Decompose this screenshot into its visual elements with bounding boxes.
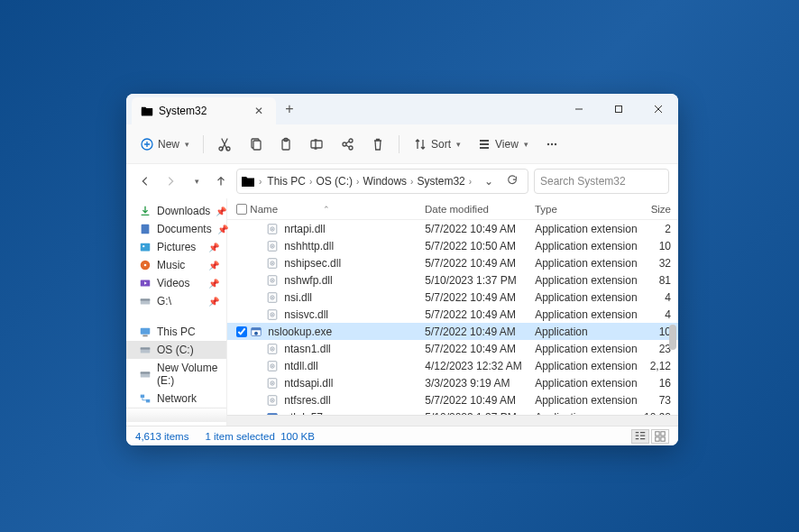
select-all-checkbox[interactable] xyxy=(236,204,247,215)
file-rows: nrtapi.dll5/7/2022 10:49 AMApplication e… xyxy=(227,220,678,415)
sidebar-item-new-volume-e-[interactable]: New Volume (E:) xyxy=(126,359,226,390)
scrollbar-thumb[interactable] xyxy=(669,325,676,350)
column-headers: Name⌃ Date modified Type Size xyxy=(227,198,678,220)
sort-button[interactable]: Sort ▾ xyxy=(407,133,467,156)
maximize-button[interactable] xyxy=(599,94,638,124)
file-row[interactable]: ntkrla57.exe5/10/2023 1:37 PMApplication… xyxy=(227,408,678,415)
delete-button[interactable] xyxy=(364,133,391,156)
breadcrumb-system32[interactable]: System32 xyxy=(413,173,468,189)
dll-icon xyxy=(266,257,279,270)
paste-button[interactable] xyxy=(272,133,299,156)
file-name: nshipsec.dll xyxy=(284,257,341,270)
refresh-button[interactable] xyxy=(501,172,524,191)
sidebar-item-videos[interactable]: Videos📌 xyxy=(126,274,226,292)
file-date: 5/7/2022 10:49 AM xyxy=(425,257,535,270)
file-name: nsisvc.dll xyxy=(284,308,328,321)
dll-icon xyxy=(266,291,279,304)
file-date: 5/7/2022 10:49 AM xyxy=(425,343,535,355)
exe-icon xyxy=(266,411,279,416)
navigation-sidebar: Downloads📌Documents📌Pictures📌Music📌Video… xyxy=(126,198,227,426)
tab-system32[interactable]: System32 ✕ xyxy=(132,97,276,124)
sidebar-item-pictures[interactable]: Pictures📌 xyxy=(126,238,226,256)
back-button[interactable] xyxy=(135,171,155,191)
file-type: Application xyxy=(535,326,639,338)
sidebar-item-music[interactable]: Music📌 xyxy=(126,256,226,274)
file-row[interactable]: ntfsres.dll5/7/2022 10:49 AMApplication … xyxy=(227,391,678,408)
rename-button[interactable] xyxy=(303,133,330,156)
file-type: Application extension xyxy=(535,240,639,252)
music-icon xyxy=(139,259,152,271)
view-icon xyxy=(477,137,491,151)
sidebar-item-documents[interactable]: Documents📌 xyxy=(126,220,226,238)
breadcrumb-os-c-[interactable]: OS (C:) xyxy=(312,173,356,189)
horizontal-scrollbar[interactable] xyxy=(227,415,678,426)
file-row[interactable]: ntasn1.dll5/7/2022 10:49 AMApplication e… xyxy=(227,340,678,357)
search-input[interactable] xyxy=(540,175,675,188)
dll-icon xyxy=(266,377,279,390)
network-icon xyxy=(139,392,152,405)
chevron-right-icon: › xyxy=(259,177,262,187)
dll-icon xyxy=(266,308,279,321)
file-row[interactable]: nrtapi.dll5/7/2022 10:49 AMApplication e… xyxy=(227,220,678,237)
sidebar-item-network[interactable]: Network xyxy=(126,390,226,408)
dll-icon xyxy=(266,274,279,287)
cut-button[interactable] xyxy=(211,133,238,156)
view-large-icons-button[interactable] xyxy=(651,429,669,444)
minimize-button[interactable] xyxy=(559,94,599,124)
vertical-scrollbar[interactable] xyxy=(669,225,676,411)
breadcrumb-windows[interactable]: Windows xyxy=(359,173,410,189)
column-header-date[interactable]: Date modified xyxy=(425,204,535,215)
new-button[interactable]: New ▾ xyxy=(133,133,196,156)
more-button[interactable] xyxy=(538,133,565,156)
copy-button[interactable] xyxy=(242,133,269,156)
file-row[interactable]: ntdll.dll4/12/2023 12:32 AMApplication e… xyxy=(227,357,678,374)
pin-icon: 📌 xyxy=(217,225,228,234)
file-date: 5/7/2022 10:50 AM xyxy=(425,240,535,252)
pin-icon: 📌 xyxy=(208,261,219,271)
view-details-button[interactable] xyxy=(631,429,649,444)
file-row[interactable]: nshhttp.dll5/7/2022 10:50 AMApplication … xyxy=(227,237,678,254)
breadcrumb-this-pc[interactable]: This PC xyxy=(263,173,309,189)
file-type: Application extension xyxy=(535,274,639,287)
sidebar-item-downloads[interactable]: Downloads📌 xyxy=(126,202,226,220)
svg-point-43 xyxy=(144,264,147,267)
file-row[interactable]: nsisvc.dll5/7/2022 10:49 AMApplication e… xyxy=(227,306,678,323)
cut-icon xyxy=(217,137,232,151)
search-box[interactable] xyxy=(534,169,669,194)
address-history-button[interactable]: ⌄ xyxy=(479,173,499,189)
dll-icon xyxy=(266,223,279,235)
tab-close-button[interactable]: ✕ xyxy=(251,103,267,119)
copy-icon xyxy=(248,137,262,151)
file-name: ntfsres.dll xyxy=(284,394,330,407)
drive-icon xyxy=(139,368,152,381)
file-date: 4/12/2023 12:32 AM xyxy=(425,360,535,372)
recent-locations-button[interactable]: ▾ xyxy=(186,171,206,191)
new-tab-button[interactable]: + xyxy=(276,94,303,124)
file-name: nrtapi.dll xyxy=(284,223,325,235)
close-button[interactable] xyxy=(638,94,678,124)
file-row[interactable]: nshwfp.dll5/10/2023 1:37 PMApplication e… xyxy=(227,271,678,289)
svg-point-41 xyxy=(142,245,144,247)
file-type: Application extension xyxy=(535,360,639,372)
sidebar-scrollbar[interactable] xyxy=(126,408,226,422)
svg-rect-33 xyxy=(616,106,622,113)
sidebar-item-this-pc[interactable]: This PC xyxy=(126,323,226,341)
up-button[interactable] xyxy=(211,171,231,191)
paste-icon xyxy=(279,137,293,151)
address-bar[interactable]: › This PC›OS (C:)›Windows›System32› ⌄ xyxy=(236,169,528,194)
column-header-size[interactable]: Size xyxy=(639,204,678,215)
column-header-name[interactable]: Name⌃ xyxy=(250,204,425,215)
forward-button[interactable] xyxy=(161,171,180,191)
sidebar-item-g-[interactable]: G:\📌 xyxy=(126,292,226,310)
file-row[interactable]: nshipsec.dll5/7/2022 10:49 AMApplication… xyxy=(227,254,678,271)
row-checkbox[interactable] xyxy=(236,326,247,337)
file-row[interactable]: nsi.dll5/7/2022 10:49 AMApplication exte… xyxy=(227,289,678,306)
share-button[interactable] xyxy=(334,133,361,156)
pin-icon: 📌 xyxy=(208,297,219,307)
sidebar-item-os-c-[interactable]: OS (C:) xyxy=(126,341,226,359)
chevron-down-icon: ▾ xyxy=(524,140,528,149)
file-row[interactable]: nslookup.exe5/7/2022 10:49 AMApplication… xyxy=(227,323,678,340)
file-row[interactable]: ntdsapi.dll3/3/2023 9:19 AMApplication e… xyxy=(227,374,678,391)
view-button[interactable]: View ▾ xyxy=(471,133,535,156)
column-header-type[interactable]: Type xyxy=(535,204,639,215)
